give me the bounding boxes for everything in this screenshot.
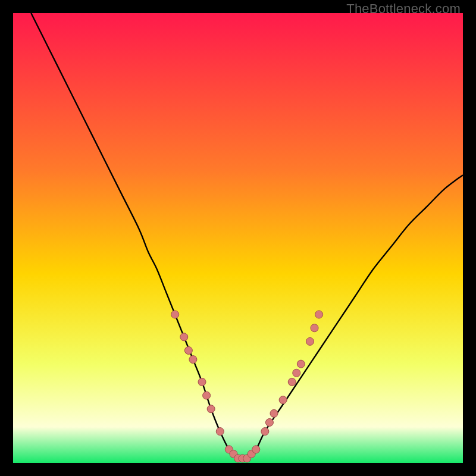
bottleneck-chart bbox=[13, 13, 463, 463]
chart-frame bbox=[13, 13, 463, 463]
curve-marker bbox=[288, 378, 296, 386]
curve-marker bbox=[207, 405, 215, 413]
curve-marker bbox=[293, 369, 300, 377]
curve-marker bbox=[216, 428, 224, 436]
curve-marker bbox=[261, 428, 269, 436]
curve-marker bbox=[198, 378, 206, 386]
curve-marker bbox=[279, 396, 287, 404]
curve-marker bbox=[184, 347, 192, 355]
curve-marker bbox=[270, 409, 278, 417]
curve-marker bbox=[171, 311, 179, 318]
gradient-background bbox=[13, 13, 463, 463]
curve-marker bbox=[311, 324, 318, 332]
curve-marker bbox=[189, 356, 197, 364]
curve-marker bbox=[306, 337, 314, 345]
curve-marker bbox=[297, 360, 305, 368]
curve-marker bbox=[315, 311, 323, 318]
curve-marker bbox=[265, 418, 273, 426]
curve-marker bbox=[252, 446, 260, 453]
curve-marker bbox=[180, 333, 188, 341]
curve-marker bbox=[203, 392, 211, 399]
